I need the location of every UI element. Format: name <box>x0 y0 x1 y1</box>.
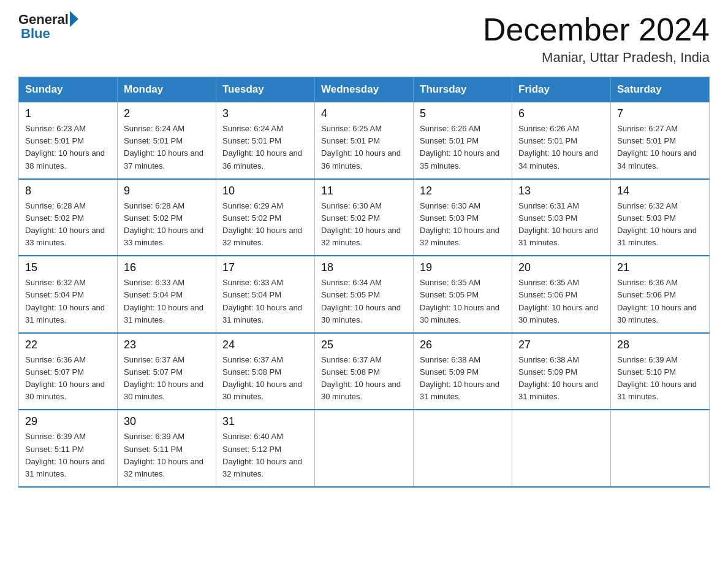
calendar-day-cell: 26Sunrise: 6:38 AMSunset: 5:09 PMDayligh… <box>414 333 512 410</box>
day-number: 19 <box>420 261 506 274</box>
calendar-day-cell: 5Sunrise: 6:26 AMSunset: 5:01 PMDaylight… <box>414 102 512 179</box>
calendar-day-cell: 8Sunrise: 6:28 AMSunset: 5:02 PMDaylight… <box>19 179 118 256</box>
day-info: Sunrise: 6:40 AMSunset: 5:12 PMDaylight:… <box>222 431 308 480</box>
day-number: 9 <box>124 185 210 197</box>
day-info: Sunrise: 6:28 AMSunset: 5:02 PMDaylight:… <box>124 200 210 250</box>
day-number: 30 <box>124 415 210 428</box>
day-number: 4 <box>321 107 407 120</box>
day-info: Sunrise: 6:39 AMSunset: 5:11 PMDaylight:… <box>25 431 111 480</box>
day-info: Sunrise: 6:37 AMSunset: 5:08 PMDaylight:… <box>321 354 407 404</box>
calendar-week-row: 29Sunrise: 6:39 AMSunset: 5:11 PMDayligh… <box>19 410 710 487</box>
day-info: Sunrise: 6:26 AMSunset: 5:01 PMDaylight:… <box>518 123 604 172</box>
calendar-day-cell: 27Sunrise: 6:38 AMSunset: 5:09 PMDayligh… <box>512 333 611 410</box>
day-number: 22 <box>25 339 111 351</box>
page-title: December 2024 <box>483 12 710 47</box>
day-info: Sunrise: 6:32 AMSunset: 5:03 PMDaylight:… <box>617 200 703 250</box>
day-number: 12 <box>420 185 506 197</box>
calendar-day-cell: 4Sunrise: 6:25 AMSunset: 5:01 PMDaylight… <box>315 102 414 179</box>
day-info: Sunrise: 6:24 AMSunset: 5:01 PMDaylight:… <box>222 123 308 172</box>
day-info: Sunrise: 6:30 AMSunset: 5:03 PMDaylight:… <box>420 200 506 250</box>
day-number: 21 <box>617 261 703 274</box>
calendar-day-cell: 24Sunrise: 6:37 AMSunset: 5:08 PMDayligh… <box>216 333 315 410</box>
day-info: Sunrise: 6:36 AMSunset: 5:06 PMDaylight:… <box>617 277 703 326</box>
day-info: Sunrise: 6:39 AMSunset: 5:10 PMDaylight:… <box>617 354 703 404</box>
day-number: 17 <box>222 261 308 274</box>
calendar-day-cell <box>611 410 710 487</box>
day-number: 15 <box>25 261 111 274</box>
calendar-day-cell: 19Sunrise: 6:35 AMSunset: 5:05 PMDayligh… <box>414 256 512 333</box>
day-info: Sunrise: 6:37 AMSunset: 5:08 PMDaylight:… <box>222 354 308 404</box>
day-info: Sunrise: 6:23 AMSunset: 5:01 PMDaylight:… <box>25 123 111 172</box>
day-info: Sunrise: 6:29 AMSunset: 5:02 PMDaylight:… <box>222 200 308 250</box>
day-info: Sunrise: 6:24 AMSunset: 5:01 PMDaylight:… <box>124 123 210 172</box>
day-info: Sunrise: 6:25 AMSunset: 5:01 PMDaylight:… <box>321 123 407 172</box>
calendar-day-cell: 7Sunrise: 6:27 AMSunset: 5:01 PMDaylight… <box>611 102 710 179</box>
logo-text-general: General <box>18 13 69 26</box>
calendar-day-cell: 21Sunrise: 6:36 AMSunset: 5:06 PMDayligh… <box>611 256 710 333</box>
calendar-day-cell: 1Sunrise: 6:23 AMSunset: 5:01 PMDaylight… <box>19 102 118 179</box>
calendar-day-cell: 29Sunrise: 6:39 AMSunset: 5:11 PMDayligh… <box>19 410 118 487</box>
calendar-day-cell: 16Sunrise: 6:33 AMSunset: 5:04 PMDayligh… <box>118 256 216 333</box>
logo-text-blue: Blue <box>21 27 78 40</box>
day-number: 29 <box>25 415 111 428</box>
day-number: 26 <box>420 339 506 351</box>
day-info: Sunrise: 6:33 AMSunset: 5:04 PMDaylight:… <box>124 277 210 326</box>
day-number: 10 <box>222 185 308 197</box>
day-info: Sunrise: 6:28 AMSunset: 5:02 PMDaylight:… <box>25 200 111 250</box>
calendar-day-cell: 20Sunrise: 6:35 AMSunset: 5:06 PMDayligh… <box>512 256 611 333</box>
calendar-day-cell <box>414 410 512 487</box>
calendar-header-tuesday: Tuesday <box>216 77 315 102</box>
day-info: Sunrise: 6:38 AMSunset: 5:09 PMDaylight:… <box>420 354 506 404</box>
day-number: 11 <box>321 185 407 197</box>
calendar-day-cell: 9Sunrise: 6:28 AMSunset: 5:02 PMDaylight… <box>118 179 216 256</box>
calendar-day-cell: 23Sunrise: 6:37 AMSunset: 5:07 PMDayligh… <box>118 333 216 410</box>
calendar-day-cell: 28Sunrise: 6:39 AMSunset: 5:10 PMDayligh… <box>611 333 710 410</box>
day-number: 2 <box>124 107 210 120</box>
calendar-header-thursday: Thursday <box>414 77 512 102</box>
day-info: Sunrise: 6:35 AMSunset: 5:06 PMDaylight:… <box>518 277 604 326</box>
calendar-day-cell: 2Sunrise: 6:24 AMSunset: 5:01 PMDaylight… <box>118 102 216 179</box>
calendar-day-cell: 15Sunrise: 6:32 AMSunset: 5:04 PMDayligh… <box>19 256 118 333</box>
calendar-day-cell: 30Sunrise: 6:39 AMSunset: 5:11 PMDayligh… <box>118 410 216 487</box>
day-info: Sunrise: 6:30 AMSunset: 5:02 PMDaylight:… <box>321 200 407 250</box>
day-number: 16 <box>124 261 210 274</box>
logo-arrow-icon <box>70 11 78 27</box>
calendar-day-cell: 14Sunrise: 6:32 AMSunset: 5:03 PMDayligh… <box>611 179 710 256</box>
day-number: 27 <box>518 339 604 351</box>
day-number: 20 <box>518 261 604 274</box>
calendar-day-cell: 11Sunrise: 6:30 AMSunset: 5:02 PMDayligh… <box>315 179 414 256</box>
day-number: 23 <box>124 339 210 351</box>
day-info: Sunrise: 6:35 AMSunset: 5:05 PMDaylight:… <box>420 277 506 326</box>
calendar-header-wednesday: Wednesday <box>315 77 414 102</box>
calendar-header-row: SundayMondayTuesdayWednesdayThursdayFrid… <box>19 77 710 102</box>
day-info: Sunrise: 6:27 AMSunset: 5:01 PMDaylight:… <box>617 123 703 172</box>
calendar-day-cell <box>512 410 611 487</box>
calendar-day-cell: 22Sunrise: 6:36 AMSunset: 5:07 PMDayligh… <box>19 333 118 410</box>
day-number: 14 <box>617 185 703 197</box>
calendar-week-row: 22Sunrise: 6:36 AMSunset: 5:07 PMDayligh… <box>19 333 710 410</box>
calendar-header-sunday: Sunday <box>19 77 118 102</box>
day-info: Sunrise: 6:31 AMSunset: 5:03 PMDaylight:… <box>518 200 604 250</box>
day-number: 7 <box>617 107 703 120</box>
calendar-header-friday: Friday <box>512 77 611 102</box>
calendar-week-row: 8Sunrise: 6:28 AMSunset: 5:02 PMDaylight… <box>19 179 710 256</box>
logo: General Blue <box>18 12 78 40</box>
calendar-week-row: 15Sunrise: 6:32 AMSunset: 5:04 PMDayligh… <box>19 256 710 333</box>
day-number: 18 <box>321 261 407 274</box>
header: General Blue December 2024 Maniar, Uttar… <box>18 12 710 66</box>
calendar-header-monday: Monday <box>118 77 216 102</box>
day-number: 1 <box>25 107 111 120</box>
day-number: 3 <box>222 107 308 120</box>
day-number: 31 <box>222 415 308 428</box>
day-number: 28 <box>617 339 703 351</box>
calendar-day-cell: 25Sunrise: 6:37 AMSunset: 5:08 PMDayligh… <box>315 333 414 410</box>
title-block: December 2024 Maniar, Uttar Pradesh, Ind… <box>483 12 710 66</box>
day-info: Sunrise: 6:36 AMSunset: 5:07 PMDaylight:… <box>25 354 111 404</box>
calendar-table: SundayMondayTuesdayWednesdayThursdayFrid… <box>18 77 710 488</box>
calendar-day-cell: 17Sunrise: 6:33 AMSunset: 5:04 PMDayligh… <box>216 256 315 333</box>
calendar-day-cell: 18Sunrise: 6:34 AMSunset: 5:05 PMDayligh… <box>315 256 414 333</box>
day-number: 13 <box>518 185 604 197</box>
day-info: Sunrise: 6:33 AMSunset: 5:04 PMDaylight:… <box>222 277 308 326</box>
calendar-week-row: 1Sunrise: 6:23 AMSunset: 5:01 PMDaylight… <box>19 102 710 179</box>
day-info: Sunrise: 6:26 AMSunset: 5:01 PMDaylight:… <box>420 123 506 172</box>
